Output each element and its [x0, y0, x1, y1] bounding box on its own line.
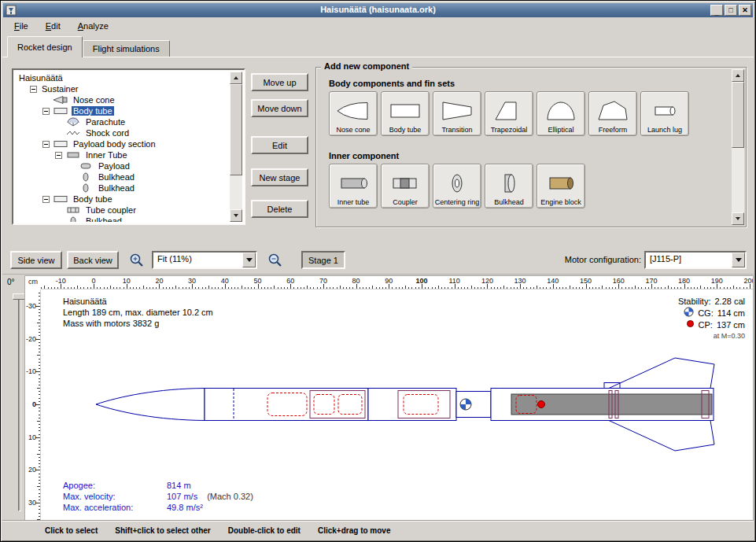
move-down-button[interactable]: Move down — [251, 99, 308, 117]
tree-item-haisun-t[interactable]: Haisunäätä — [15, 72, 230, 83]
component-button-trapezoidal[interactable]: Trapezoidal — [485, 91, 533, 136]
side-view-button[interactable]: Side view — [10, 251, 62, 269]
tree-item-inner-tube[interactable]: Inner Tube — [15, 149, 230, 160]
tree-item-sustainer[interactable]: Sustainer — [15, 83, 230, 94]
body-tube-icon — [53, 194, 69, 204]
component-button-centering-ring[interactable]: Centering ring — [433, 164, 481, 208]
delete-button[interactable]: Delete — [251, 200, 308, 218]
tree-item-bulkhead[interactable]: Bulkhead — [15, 183, 230, 194]
tree-item-body-tube[interactable]: Body tube — [15, 194, 230, 205]
acceleration-value: 49.8 m/s² — [167, 503, 203, 512]
ruler-label: 170 — [645, 277, 657, 285]
expander-icon[interactable] — [42, 196, 50, 203]
component-button-coupler[interactable]: Coupler — [381, 164, 430, 208]
motor-configuration-select[interactable]: [J115-P] — [644, 251, 747, 269]
ruler-tick — [579, 287, 580, 289]
ruler-label: 80 — [352, 277, 360, 285]
tree-item-payload-body-section[interactable]: Payload body section — [15, 138, 230, 149]
component-button-label: Transition — [441, 127, 472, 134]
component-button-label: Centering ring — [435, 199, 480, 206]
ruler-tick — [655, 287, 655, 289]
ruler-tick — [189, 287, 190, 289]
parachute-icon — [65, 117, 82, 127]
ruler-tick — [432, 287, 433, 289]
back-view-button[interactable]: Back view — [67, 251, 119, 269]
menu-analyze[interactable]: Analyze — [72, 19, 115, 33]
ruler-tick — [97, 287, 98, 289]
ruler-tick — [228, 287, 229, 289]
ruler-tick — [107, 287, 108, 289]
expander-icon[interactable] — [55, 152, 62, 159]
scrollbar-thumb[interactable] — [732, 82, 744, 148]
launch-lug-icon — [647, 94, 682, 127]
ruler-tick — [284, 287, 285, 289]
component-button-transition[interactable]: Transition — [433, 91, 481, 136]
ruler-tick — [517, 287, 518, 289]
scroll-down-button[interactable] — [732, 212, 744, 225]
tree-item-shock-cord[interactable]: Shock cord — [15, 127, 230, 138]
tree-item-body-tube[interactable]: Body tube — [15, 105, 230, 116]
coupler-icon — [388, 167, 422, 199]
cp-value: 137 cm — [717, 319, 745, 330]
tree-scrollbar[interactable] — [230, 72, 242, 222]
elliptical-fin-icon — [544, 94, 578, 127]
maximize-button[interactable]: □ — [725, 5, 737, 16]
ruler-tick — [747, 287, 747, 289]
tree-item-bulkhead[interactable]: Bulkhead — [15, 216, 230, 222]
ruler-tick — [615, 287, 616, 289]
chevron-down-icon[interactable] — [242, 253, 256, 267]
component-button-label: Nose cone — [336, 127, 370, 134]
new-stage-button[interactable]: New stage — [251, 168, 308, 186]
expander-icon[interactable] — [42, 141, 50, 148]
ruler-tick — [39, 424, 40, 425]
ruler-tick — [376, 287, 377, 289]
scroll-down-button[interactable] — [230, 209, 242, 222]
rocket-canvas[interactable]: Haisunäätä Length 189 cm, max. diameter … — [41, 289, 753, 520]
component-button-freeform[interactable]: Freeform — [588, 91, 637, 136]
component-button-inner-tube[interactable]: Inner tube — [329, 164, 378, 208]
edit-button[interactable]: Edit — [251, 136, 308, 154]
minimize-button[interactable]: _ — [710, 5, 723, 16]
component-button-launch-lug[interactable]: Launch lug — [640, 91, 689, 136]
component-panel-scrollbar[interactable] — [732, 69, 744, 225]
ruler-tick — [39, 457, 40, 458]
titlebar[interactable]: Haisunäätä (haisunaata.ork) _ □ ✕ — [3, 3, 753, 17]
tree-item-payload[interactable]: Payload — [15, 160, 230, 171]
move-up-button[interactable]: Move up — [251, 73, 308, 91]
menu-file[interactable]: File — [8, 19, 35, 33]
status-bar: Click to selectShift+click to select oth… — [2, 521, 754, 540]
component-button-engine-block[interactable]: Engine block — [537, 164, 585, 208]
scroll-up-button[interactable] — [732, 69, 744, 82]
ruler-tick — [621, 287, 622, 289]
tree-item-parachute[interactable]: Parachute — [15, 116, 230, 127]
ruler-tick — [39, 293, 40, 293]
tab-rocket-design[interactable]: Rocket design — [7, 36, 83, 57]
tree-item-bulkhead[interactable]: Bulkhead — [15, 171, 230, 183]
component-button-elliptical[interactable]: Elliptical — [537, 91, 585, 136]
status-hint-click-drag-to-move: Click+drag to move — [318, 526, 391, 535]
ruler-tick — [576, 287, 577, 289]
scroll-up-button[interactable] — [230, 72, 242, 84]
ruler-tick — [39, 348, 40, 349]
tree-item-tube-coupler[interactable]: Tube coupler — [15, 205, 230, 216]
zoom-in-button[interactable] — [126, 250, 146, 270]
rotation-angle-label: 0° — [7, 278, 15, 286]
ruler-tick — [441, 287, 442, 289]
component-button-body-tube[interactable]: Body tube — [381, 91, 430, 136]
close-button[interactable]: ✕ — [739, 5, 751, 16]
expander-icon[interactable] — [30, 86, 37, 93]
component-button-nose-cone[interactable]: Nose cone — [329, 91, 378, 136]
ruler-tick — [281, 287, 282, 289]
tab-flight-simulations[interactable]: Flight simulations — [83, 40, 170, 57]
stage-1-toggle[interactable]: Stage 1 — [301, 251, 345, 269]
zoom-select[interactable]: Fit (11%) — [152, 251, 257, 269]
menu-edit[interactable]: Edit — [39, 19, 67, 33]
rotation-slider-track[interactable] — [18, 296, 21, 511]
chevron-down-icon[interactable] — [732, 253, 745, 267]
tree-item-nose-cone[interactable]: Nose cone — [15, 94, 230, 105]
component-button-bulkhead[interactable]: Bulkhead — [485, 164, 533, 208]
ruler-tick — [234, 287, 235, 289]
scrollbar-thumb[interactable] — [230, 84, 242, 175]
zoom-out-button[interactable] — [264, 250, 285, 270]
expander-icon[interactable] — [42, 108, 50, 115]
